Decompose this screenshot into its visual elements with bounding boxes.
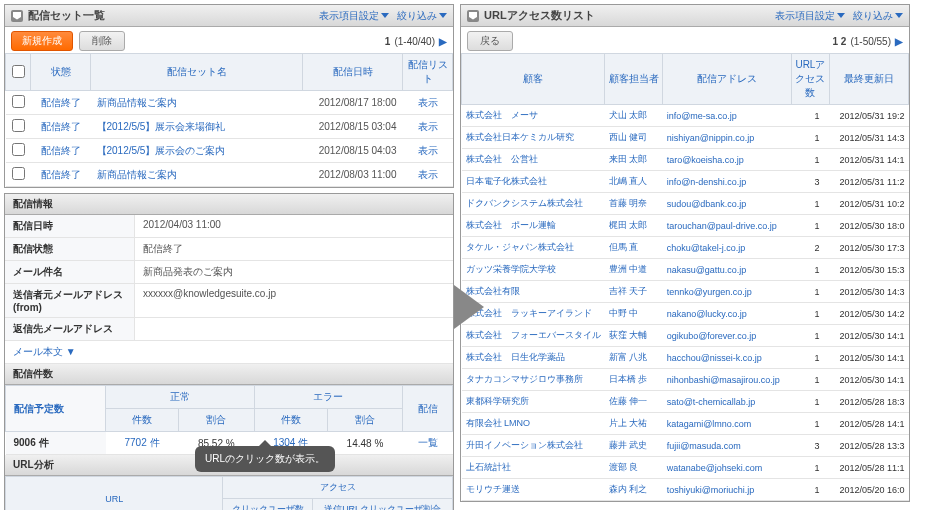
email-cell[interactable]: ogikubo@forever.co.jp xyxy=(663,325,792,347)
table-row[interactable]: 上石統計社渡部 良watanabe@johseki.com12012/05/28… xyxy=(462,457,909,479)
email-cell[interactable]: toshiyuki@moriuchi.jp xyxy=(663,479,792,501)
email-cell[interactable]: fujii@masuda.com xyxy=(663,435,792,457)
rep-cell[interactable]: 森内 利之 xyxy=(605,479,663,501)
customer-cell[interactable]: 株式会社 公営社 xyxy=(462,149,605,171)
table-row[interactable]: 株式会社 公営社来田 太郎taro@koeisha.co.jp12012/05/… xyxy=(462,149,909,171)
table-row[interactable]: 株式会社有限吉祥 天子tennko@yurgen.co.jp12012/05/3… xyxy=(462,281,909,303)
back-button[interactable]: 戻る xyxy=(467,31,513,51)
rep-cell[interactable]: 片上 大祐 xyxy=(605,413,663,435)
col-updated[interactable]: 最終更新日 xyxy=(829,54,908,105)
pager[interactable]: 1 (1-40/40)▶ xyxy=(385,36,447,47)
rep-cell[interactable]: 日本橋 歩 xyxy=(605,369,663,391)
list-link[interactable]: 表示 xyxy=(403,139,453,163)
col-count[interactable]: URLアクセス数 xyxy=(791,54,829,105)
table-row[interactable]: 升田イノベーション株式会社藤井 武史fujii@masuda.com32012/… xyxy=(462,435,909,457)
email-cell[interactable]: nihonbashi@masajirou.co.jp xyxy=(663,369,792,391)
rep-cell[interactable]: 新富 八兆 xyxy=(605,347,663,369)
table-row[interactable]: 株式会社日本ケミカル研究西山 健司nishiyan@nippin.co.jp12… xyxy=(462,127,909,149)
email-cell[interactable]: katagami@lmno.com xyxy=(663,413,792,435)
name-cell[interactable]: 【2012/5/5】展示会のご案内 xyxy=(91,139,303,163)
rep-cell[interactable]: 佐藤 伸一 xyxy=(605,391,663,413)
table-row[interactable]: 配信終了新商品情報ご案内2012/08/17 18:00表示 xyxy=(6,91,453,115)
customer-cell[interactable]: 株式会社 ポール運輸 xyxy=(462,215,605,237)
name-cell[interactable]: 新商品情報ご案内 xyxy=(91,163,303,187)
email-cell[interactable]: nakano@lucky.co.jp xyxy=(663,303,792,325)
col-datetime[interactable]: 配信日時 xyxy=(303,54,403,91)
select-all-checkbox[interactable] xyxy=(6,54,31,91)
customer-cell[interactable]: 日本電子化株式会社 xyxy=(462,171,605,193)
list-link[interactable]: 表示 xyxy=(403,163,453,187)
display-settings-link[interactable]: 表示項目設定 xyxy=(775,9,845,23)
rep-cell[interactable]: 荻窪 大輔 xyxy=(605,325,663,347)
delete-button[interactable]: 削除 xyxy=(79,31,125,51)
customer-cell[interactable]: タケル・ジャパン株式会社 xyxy=(462,237,605,259)
row-checkbox[interactable] xyxy=(6,139,31,163)
customer-cell[interactable]: 東都科学研究所 xyxy=(462,391,605,413)
next-page-icon[interactable]: ▶ xyxy=(439,36,447,47)
table-row[interactable]: 配信終了【2012/5/5】展示会のご案内2012/08/15 04:03表示 xyxy=(6,139,453,163)
row-checkbox[interactable] xyxy=(6,115,31,139)
mail-body-link[interactable]: メール本文 ▼ xyxy=(5,341,453,364)
rep-cell[interactable]: 藤井 武史 xyxy=(605,435,663,457)
table-row[interactable]: 株式会社 メーサ犬山 太郎info@me-sa.co.jp12012/05/31… xyxy=(462,105,909,127)
customer-cell[interactable]: 株式会社 日生化学薬品 xyxy=(462,347,605,369)
table-row[interactable]: 株式会社 ポール運輸梶田 太郎tarouchan@paul-drive.co.j… xyxy=(462,215,909,237)
table-row[interactable]: ガッツ栄養学院大学校豊洲 中道nakasu@gattu.co.jp12012/0… xyxy=(462,259,909,281)
pager[interactable]: 1 2 (1-50/55)▶ xyxy=(833,36,903,47)
filter-link[interactable]: 絞り込み xyxy=(853,9,903,23)
email-cell[interactable]: tennko@yurgen.co.jp xyxy=(663,281,792,303)
customer-cell[interactable]: ドクバンクシステム株式会社 xyxy=(462,193,605,215)
customer-cell[interactable]: 株式会社日本ケミカル研究 xyxy=(462,127,605,149)
rep-cell[interactable]: 北嶋 直人 xyxy=(605,171,663,193)
email-cell[interactable]: tarouchan@paul-drive.co.jp xyxy=(663,215,792,237)
table-row[interactable]: 有限会社 LMNO片上 大祐katagami@lmno.com12012/05/… xyxy=(462,413,909,435)
col-address[interactable]: 配信アドレス xyxy=(663,54,792,105)
name-cell[interactable]: 新商品情報ご案内 xyxy=(91,91,303,115)
email-cell[interactable]: sato@t-chemicallab.jp xyxy=(663,391,792,413)
table-row[interactable]: モリウチ運送森内 利之toshiyuki@moriuchi.jp12012/05… xyxy=(462,479,909,501)
email-cell[interactable]: nakasu@gattu.co.jp xyxy=(663,259,792,281)
customer-cell[interactable]: 有限会社 LMNO xyxy=(462,413,605,435)
name-cell[interactable]: 【2012/5/5】展示会来場御礼 xyxy=(91,115,303,139)
table-row[interactable]: タケル・ジャパン株式会社但馬 直choku@takel-j.co.jp22012… xyxy=(462,237,909,259)
col-customer[interactable]: 顧客 xyxy=(462,54,605,105)
table-row[interactable]: 株式会社 フォーエバースタイル荻窪 大輔ogikubo@forever.co.j… xyxy=(462,325,909,347)
rep-cell[interactable]: 犬山 太郎 xyxy=(605,105,663,127)
email-cell[interactable]: hacchou@nissei-k.co.jp xyxy=(663,347,792,369)
customer-cell[interactable]: 上石統計社 xyxy=(462,457,605,479)
email-cell[interactable]: info@me-sa.co.jp xyxy=(663,105,792,127)
rep-cell[interactable]: 首藤 明奈 xyxy=(605,193,663,215)
col-rep[interactable]: 顧客担当者 xyxy=(605,54,663,105)
rep-cell[interactable]: 渡部 良 xyxy=(605,457,663,479)
table-row[interactable]: 株式会社 ラッキーアイランド中野 中nakano@lucky.co.jp1201… xyxy=(462,303,909,325)
email-cell[interactable]: watanabe@johseki.com xyxy=(663,457,792,479)
customer-cell[interactable]: 株式会社 メーサ xyxy=(462,105,605,127)
col-list[interactable]: 配信リスト xyxy=(403,54,453,91)
rep-cell[interactable]: 中野 中 xyxy=(605,303,663,325)
list-link[interactable]: 表示 xyxy=(403,91,453,115)
filter-link[interactable]: 絞り込み xyxy=(397,9,447,23)
customer-cell[interactable]: タナカコンマサジロウ事務所 xyxy=(462,369,605,391)
col-status[interactable]: 状態 xyxy=(31,54,91,91)
customer-cell[interactable]: モリウチ運送 xyxy=(462,479,605,501)
rep-cell[interactable]: 豊洲 中道 xyxy=(605,259,663,281)
table-row[interactable]: 東都科学研究所佐藤 伸一sato@t-chemicallab.jp12012/0… xyxy=(462,391,909,413)
display-settings-link[interactable]: 表示項目設定 xyxy=(319,9,389,23)
table-row[interactable]: 配信終了新商品情報ご案内2012/08/03 11:00表示 xyxy=(6,163,453,187)
rep-cell[interactable]: 来田 太郎 xyxy=(605,149,663,171)
customer-cell[interactable]: ガッツ栄養学院大学校 xyxy=(462,259,605,281)
rep-cell[interactable]: 梶田 太郎 xyxy=(605,215,663,237)
list-link[interactable]: 表示 xyxy=(403,115,453,139)
new-button[interactable]: 新規作成 xyxy=(11,31,73,51)
table-row[interactable]: 日本電子化株式会社北嶋 直人info@n-denshi.co.jp32012/0… xyxy=(462,171,909,193)
col-name[interactable]: 配信セット名 xyxy=(91,54,303,91)
email-cell[interactable]: info@n-denshi.co.jp xyxy=(663,171,792,193)
rep-cell[interactable]: 但馬 直 xyxy=(605,237,663,259)
email-cell[interactable]: nishiyan@nippin.co.jp xyxy=(663,127,792,149)
table-row[interactable]: 株式会社 日生化学薬品新富 八兆hacchou@nissei-k.co.jp12… xyxy=(462,347,909,369)
email-cell[interactable]: choku@takel-j.co.jp xyxy=(663,237,792,259)
table-row[interactable]: タナカコンマサジロウ事務所日本橋 歩nihonbashi@masajirou.c… xyxy=(462,369,909,391)
next-page-icon[interactable]: ▶ xyxy=(895,36,903,47)
row-checkbox[interactable] xyxy=(6,91,31,115)
row-checkbox[interactable] xyxy=(6,163,31,187)
